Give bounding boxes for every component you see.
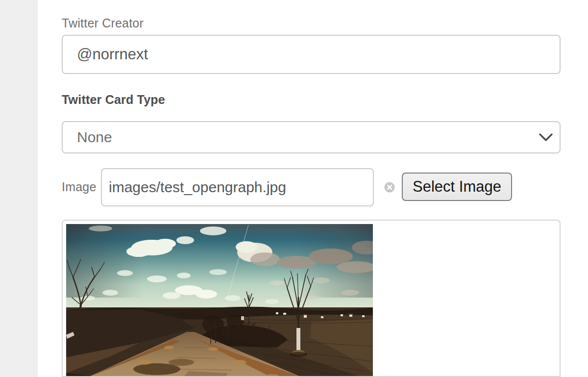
twitter-card-type-label: Twitter Card Type <box>62 93 165 107</box>
image-preview-box <box>62 220 561 377</box>
clear-image-icon[interactable] <box>384 182 395 193</box>
preview-photo <box>66 224 373 377</box>
twitter-card-type-select[interactable]: None <box>62 121 561 153</box>
twitter-creator-input[interactable] <box>62 35 561 74</box>
image-label: Image <box>62 180 96 194</box>
image-path-input[interactable] <box>101 168 374 206</box>
twitter-card-type-selected-value: None <box>77 129 112 146</box>
twitter-creator-label: Twitter Creator <box>62 16 144 30</box>
sidebar-strip <box>0 0 38 377</box>
select-image-button[interactable]: Select Image <box>402 173 512 201</box>
chevron-down-icon <box>539 133 553 142</box>
